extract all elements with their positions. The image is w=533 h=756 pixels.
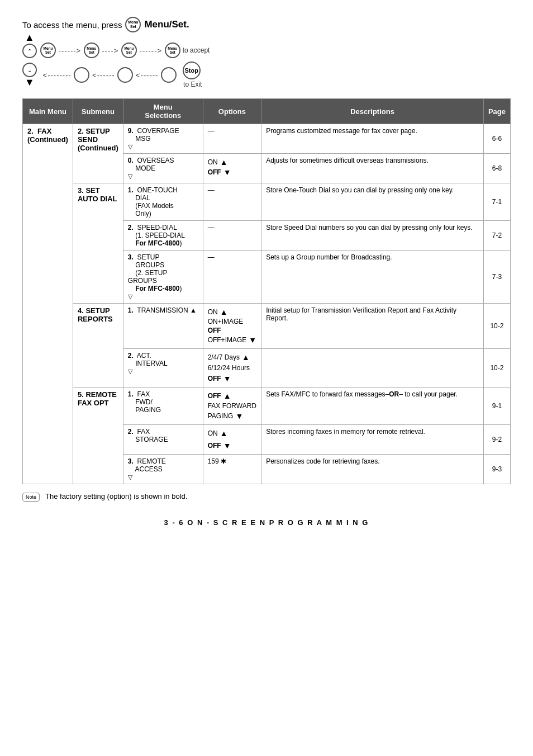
opt-on: ON: [208, 429, 218, 437]
options-onetouch: —: [203, 183, 261, 221]
menu-set-bold: Menu/Set.: [144, 19, 189, 30]
options-faxfwd: OFF▲ FAX FORWARD PAGING▼: [203, 388, 261, 425]
options-speeddial: —: [203, 221, 261, 251]
menu-sel-transmission: 1. TRANSMISSION ▲: [123, 304, 203, 349]
nav-up-button[interactable]: ⌃: [22, 44, 37, 58]
opt-on-image: ON+IMAGE: [208, 318, 244, 325]
options-interval: 2/4/7 Days▲ 6/12/24 Hours OFF▼: [203, 349, 261, 388]
opt-days: 2/4/7 Days: [208, 353, 240, 361]
nav-diagram: ▲ ⌃ MenuSet ------> MenuSet ----> MenuSe…: [22, 42, 511, 88]
options-overseas: ON▲ OFF▼: [203, 154, 261, 183]
opt-off-image: OFF+IMAGE: [208, 336, 247, 344]
down-arrow: ▼: [25, 77, 35, 87]
dash-arrow-2: ---->: [99, 46, 121, 55]
menu-icon-1: MenuSet: [40, 42, 56, 58]
desc-groups: Sets up a Group number for Broadcasting.: [261, 251, 484, 304]
nav-row-2: ⌄ ▼ <-------- <------ <------ Stop to Ex…: [22, 62, 511, 88]
up-arrow: ▲: [25, 32, 35, 42]
opt-hours: 6/12/24 Hours: [208, 364, 250, 372]
nav-row-1: ▲ ⌃ MenuSet ------> MenuSet ----> MenuSe…: [22, 42, 511, 58]
menu-sel-onetouch: 1. ONE-TOUCH DIAL (FAX Models Only): [123, 183, 203, 221]
back-nav-3[interactable]: [161, 67, 177, 83]
page-onetouch: 7-1: [483, 183, 510, 221]
menu-icon-4: MenuSet: [165, 42, 180, 58]
menu-sel-groups: 3. SETUP GROUPS (2. SETUP GROUPS For MFC…: [123, 251, 203, 304]
stop-button[interactable]: Stop: [183, 62, 201, 79]
submenu-setup-send: 2. SETUPSEND(Continued): [73, 124, 123, 183]
table-row: 4. SETUPREPORTS 1. TRANSMISSION ▲ ON▲ ON…: [23, 304, 511, 349]
col-header-options: Options: [203, 99, 261, 124]
page-coverpage: 6-6: [483, 124, 510, 154]
main-table: Main Menu Submenu MenuSelections Options…: [22, 98, 511, 484]
submenu-auto-dial: 3. SETAUTO DIAL: [73, 183, 123, 304]
options-remoteaccess: 159 ✱: [203, 455, 261, 484]
page-faxfwd: 9-1: [483, 388, 510, 425]
submenu-setup-reports: 4. SETUPREPORTS: [73, 304, 123, 388]
desc-interval: [261, 349, 484, 388]
back-arrow-1: <--------: [40, 71, 74, 79]
menu-set-icon: MenuSet: [125, 17, 141, 32]
page-speeddial: 7-2: [483, 221, 510, 251]
main-menu-fax: 2. FAX(Continued): [23, 124, 73, 484]
menu-sel-remoteaccess: 3. REMOTE ACCESS▽: [123, 455, 203, 484]
options-coverpage: —: [203, 124, 261, 154]
desc-remoteaccess: Personalizes code for retrieving faxes.: [261, 455, 484, 484]
to-exit-label: to Exit: [183, 81, 202, 88]
dash-arrow-1: ------>: [56, 46, 84, 55]
col-header-page: Page: [483, 99, 510, 124]
to-accept-label: to accept: [183, 46, 210, 54]
menu-sel-speeddial: 2. SPEED-DIAL (1. SPEED-DIAL For MFC-480…: [123, 221, 203, 251]
note-row: Note The factory setting (option) is sho…: [22, 492, 511, 502]
options-transmission: ON▲ ON+IMAGE OFF OFF+IMAGE▼: [203, 304, 261, 349]
desc-faxfwd: Sets FAX/MFC to forward fax messages–OR–…: [261, 388, 484, 425]
desc-onetouch: Store One-Touch Dial so you can dial by …: [261, 183, 484, 221]
desc-faxstorage: Stores incoming faxes in memory for remo…: [261, 425, 484, 455]
opt-off: OFF: [208, 442, 221, 450]
table-row: 5. REMOTEFAX OPT 1. FAX FWD/ PAGING OFF▲…: [23, 388, 511, 425]
menu-sel-faxstorage: 2. FAX STORAGE: [123, 425, 203, 455]
col-header-descriptions: Descriptions: [261, 99, 484, 124]
back-nav-2[interactable]: [117, 67, 133, 83]
page-remoteaccess: 9-3: [483, 455, 510, 484]
opt-on: ON: [208, 158, 218, 166]
intro-line: To access the menu, press MenuSet Menu/S…: [22, 17, 511, 32]
opt-off-bold: OFF: [208, 168, 221, 176]
submenu-remote-fax: 5. REMOTEFAX OPT: [73, 388, 123, 484]
desc-overseas: Adjusts for sometimes difficult overseas…: [261, 154, 484, 183]
menu-icon-2: MenuSet: [84, 42, 99, 58]
opt-paging: PAGING: [208, 412, 234, 420]
table-row: 3. SETAUTO DIAL 1. ONE-TOUCH DIAL (FAX M…: [23, 183, 511, 221]
col-header-submenu: Submenu: [73, 99, 123, 124]
page-overseas: 6-8: [483, 154, 510, 183]
desc-transmission: Initial setup for Transmission Verificat…: [261, 304, 484, 349]
opt-off: OFF: [208, 327, 221, 334]
opt-faxforward: FAX FORWARD: [208, 402, 256, 410]
table-row: 2. FAX(Continued) 2. SETUPSEND(Continued…: [23, 124, 511, 154]
desc-coverpage: Programs customized message for fax cove…: [261, 124, 484, 154]
col-header-menu-sel: MenuSelections: [123, 99, 203, 124]
page-transmission: 10-2: [483, 304, 510, 349]
back-arrow-2: <------: [89, 71, 117, 79]
page-faxstorage: 9-2: [483, 425, 510, 455]
nav-down-button[interactable]: ⌄: [22, 63, 37, 77]
dash-arrow-3: ------>: [137, 46, 165, 55]
footer: 3 - 6 O N - S C R E E N P R O G R A M M …: [22, 518, 511, 527]
desc-speeddial: Store Speed Dial numbers so you can dial…: [261, 221, 484, 251]
menu-sel-interval: 2. ACT. INTERVAL▽: [123, 349, 203, 388]
page-groups: 7-3: [483, 251, 510, 304]
opt-off: OFF: [208, 375, 221, 382]
back-nav-1[interactable]: [74, 67, 89, 83]
back-arrow-3: <------: [133, 71, 161, 79]
options-groups: —: [203, 251, 261, 304]
menu-sel-overseas: 0. OVERSEAS MODE▽: [123, 154, 203, 183]
page-interval: 10-2: [483, 349, 510, 388]
col-header-main-menu: Main Menu: [23, 99, 73, 124]
note-icon: Note: [22, 493, 40, 502]
opt-off: OFF: [208, 392, 221, 400]
menu-sel-coverpage: 9. COVERPAGE MSG▽: [123, 124, 203, 154]
note-text: The factory setting (option) is shown in…: [45, 492, 187, 500]
opt-on: ON: [208, 308, 218, 316]
menu-icon-3: MenuSet: [121, 42, 137, 58]
options-faxstorage: ON▲ OFF▼: [203, 425, 261, 455]
menu-sel-faxfwd: 1. FAX FWD/ PAGING: [123, 388, 203, 425]
